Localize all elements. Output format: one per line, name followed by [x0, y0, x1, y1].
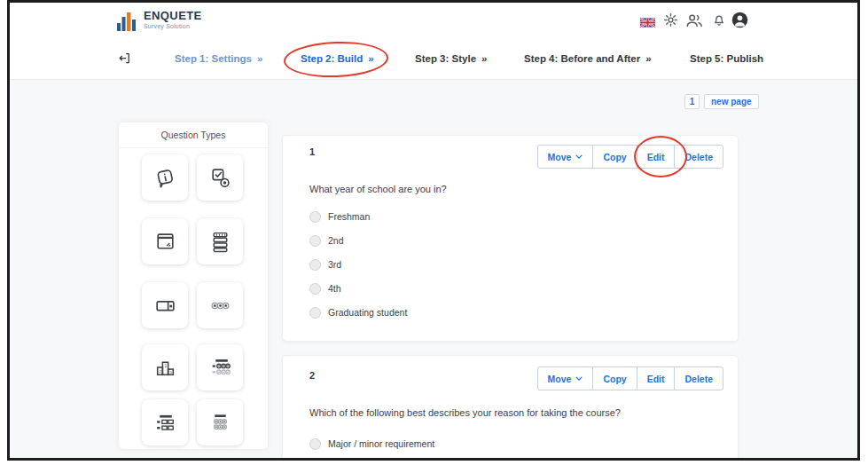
svg-text:1: 1: [164, 363, 167, 367]
copy-button[interactable]: Copy: [592, 367, 636, 390]
move-button[interactable]: Move: [538, 146, 593, 168]
question-1-toolbar: Move Copy Edit Delete: [537, 145, 723, 169]
edit-button[interactable]: Edit: [637, 367, 675, 390]
option-row: Freshman: [309, 210, 407, 223]
question-text: Which of the following best describes yo…: [309, 407, 621, 418]
qtype-radio-grid-button[interactable]: [197, 399, 243, 445]
qtype-text-input-button[interactable]: [142, 282, 188, 328]
step-navigation: Step 1: Settings» Step 2: Build» Step 3:…: [10, 40, 857, 80]
brand-logo[interactable]: ENQUETE Survey Solution: [116, 10, 202, 33]
users-icon[interactable]: [685, 13, 703, 31]
new-page-button[interactable]: new page: [704, 94, 759, 109]
ellipsis-options-icon: [208, 294, 232, 318]
exit-builder-icon[interactable]: [118, 51, 131, 68]
matrix-textbox-icon: [153, 411, 177, 435]
page-1-tab[interactable]: 1: [684, 94, 700, 109]
checkbox-radio-icon: [208, 166, 232, 190]
option-label: 2nd: [328, 235, 344, 246]
radio-grid-icon: [208, 411, 232, 435]
radio-button[interactable]: [309, 235, 321, 247]
option-label: Graduating student: [328, 307, 407, 318]
move-button[interactable]: Move: [538, 367, 593, 390]
uk-flag-icon[interactable]: [640, 15, 655, 31]
qtype-ranking-podium-button[interactable]: 1 2 3: [142, 344, 188, 390]
question-types-panel: Question Types: [118, 122, 269, 450]
settings-gear-icon[interactable]: [663, 12, 678, 31]
question-text: What year of school are you in?: [309, 184, 447, 194]
delete-button[interactable]: Delete: [674, 367, 723, 390]
question-2-toolbar: Move Copy Edit Delete: [537, 366, 723, 390]
top-header: ENQUETE Survey Solution: [10, 3, 857, 40]
edit-button[interactable]: Edit: [637, 146, 675, 168]
logo-bars-icon: [116, 10, 137, 33]
info-message-icon: [153, 166, 177, 190]
double-chevron: »: [257, 53, 262, 64]
step-2-build-link[interactable]: Step 2: Build»: [301, 53, 374, 64]
double-chevron: »: [368, 53, 373, 64]
notification-bell-icon[interactable]: [712, 12, 726, 31]
step-5-publish-link[interactable]: Step 5: Publish: [690, 53, 769, 64]
option-label: 3rd: [328, 259, 341, 270]
question-card-2: 2 Move Copy Edit Delete Which of the fol…: [282, 355, 739, 461]
option-row: Major / minor requirement: [309, 437, 434, 450]
option-row: Graduating student: [309, 306, 407, 319]
text-input-icon: [153, 294, 177, 318]
radio-button[interactable]: [309, 307, 321, 319]
qtype-dropdown-list-button[interactable]: [197, 218, 243, 264]
qtype-comment-box-button[interactable]: [142, 218, 188, 264]
option-label: Major / minor requirement: [328, 438, 434, 449]
svg-text:3: 3: [169, 369, 172, 374]
copy-button[interactable]: Copy: [592, 146, 636, 168]
question-number: 2: [309, 370, 315, 381]
qtype-info-message-button[interactable]: [142, 154, 188, 201]
account-avatar-icon[interactable]: [731, 12, 748, 32]
question-options: Major / minor requirement: [309, 437, 434, 461]
double-chevron: »: [481, 53, 487, 64]
dropdown-list-icon: [208, 230, 232, 254]
double-chevron: »: [645, 53, 651, 64]
chevron-down-icon: [575, 376, 583, 381]
qtype-matrix-radio-button[interactable]: [197, 344, 243, 390]
question-number: 1: [309, 146, 315, 157]
delete-button[interactable]: Delete: [674, 146, 723, 168]
qtype-matrix-textbox-button[interactable]: [142, 399, 188, 445]
step-4-before-after-link[interactable]: Step 4: Before and After»: [524, 53, 652, 64]
option-label: 4th: [328, 283, 341, 294]
brand-name: ENQUETE: [144, 10, 202, 21]
app-window: ENQUETE Survey Solution: [7, 0, 860, 461]
question-types-title: Question Types: [119, 130, 268, 140]
chevron-down-icon: [575, 154, 583, 159]
matrix-radio-icon: [208, 356, 232, 380]
option-row: 3rd: [309, 258, 407, 271]
comment-box-icon: [153, 230, 177, 254]
option-row: 4th: [309, 282, 407, 295]
svg-text:2: 2: [159, 368, 161, 373]
radio-button[interactable]: [309, 211, 321, 223]
radio-button[interactable]: [309, 259, 321, 271]
brand-tagline: Survey Solution: [144, 23, 202, 29]
option-label: Freshman: [328, 211, 370, 222]
question-options: Freshman 2nd 3rd 4th Graduating student: [309, 210, 407, 330]
divider: [119, 147, 268, 148]
option-row: 2nd: [309, 234, 407, 247]
ranking-podium-icon: 1 2 3: [153, 356, 177, 380]
question-card-1: 1 Move Copy Edit Delete What year of sch…: [282, 135, 739, 342]
qtype-checkbox-radio-button[interactable]: [197, 154, 243, 201]
radio-button[interactable]: [309, 438, 321, 450]
step-1-settings-link[interactable]: Step 1: Settings»: [175, 53, 262, 64]
radio-button[interactable]: [309, 283, 321, 295]
step-3-style-link[interactable]: Step 3: Style»: [415, 53, 487, 64]
qtype-ellipsis-options-button[interactable]: [197, 282, 243, 328]
